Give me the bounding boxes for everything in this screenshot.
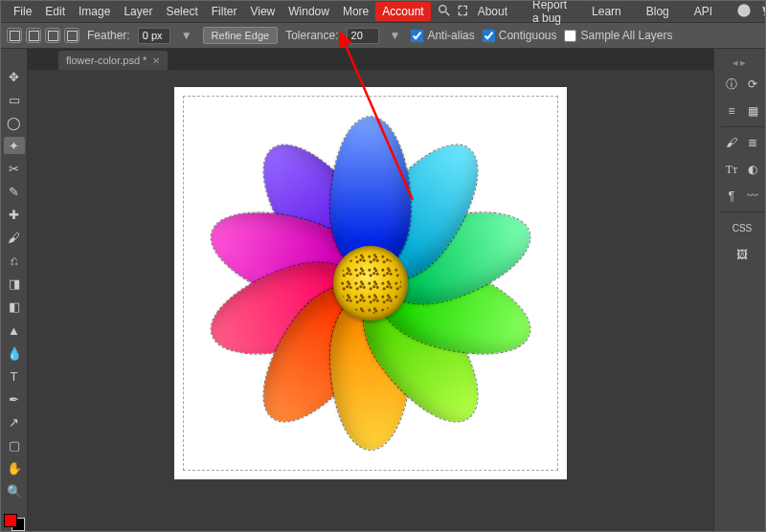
- clone-tool-icon[interactable]: ⎌: [4, 253, 25, 270]
- menu-window[interactable]: Window: [282, 2, 336, 21]
- path-tool-icon[interactable]: ↗: [4, 413, 25, 431]
- layers-panel-icon[interactable]: ≣: [743, 133, 762, 152]
- pen-tool-icon[interactable]: ✒: [4, 390, 25, 408]
- reddit-icon[interactable]: [736, 3, 752, 21]
- feather-label: Feather:: [87, 29, 130, 42]
- brush-tool-icon[interactable]: 🖌: [4, 230, 25, 247]
- selection-new-icon[interactable]: [7, 28, 22, 43]
- menu-view[interactable]: View: [243, 2, 282, 21]
- tolerance-label: Tolerance:: [285, 29, 338, 42]
- right-panel: ◂▸ ⓘ⟳ ≡▦ 🖌≣ Tт◐ ¶〰 CSS 🖼: [713, 49, 765, 531]
- menu-file[interactable]: File: [7, 2, 38, 21]
- close-tab-icon[interactable]: ✕: [152, 55, 160, 66]
- foreground-swatch[interactable]: [4, 514, 17, 527]
- image-panel-icon[interactable]: 🖼: [732, 245, 752, 264]
- left-toolbar: ✥ ▭ ◯ ✦ ✂ ✎ ✚ 🖌 ⎌ ◨ ◧ ▲ 💧 T ✒ ↗ ▢ ✋ 🔍: [1, 49, 28, 531]
- flower-center: [333, 246, 408, 321]
- contiguous-label: Contiguous: [499, 29, 557, 42]
- paragraph-panel-icon[interactable]: ¶: [722, 187, 741, 206]
- sample-all-label: Sample All Layers: [580, 29, 672, 42]
- healing-tool-icon[interactable]: ✚: [4, 207, 25, 224]
- css-panel-icon[interactable]: CSS: [732, 218, 752, 237]
- search-icon[interactable]: [437, 3, 452, 21]
- menu-more[interactable]: More: [336, 2, 375, 21]
- social-links: [736, 3, 766, 21]
- zoom-tool-icon[interactable]: 🔍: [4, 483, 25, 500]
- contiguous-checkbox[interactable]: Contiguous: [483, 29, 557, 42]
- eyedropper-tool-icon[interactable]: ✎: [4, 183, 25, 200]
- menu-layer[interactable]: Layer: [117, 2, 159, 21]
- menu-account[interactable]: Account: [375, 2, 430, 21]
- feather-input[interactable]: [138, 28, 170, 44]
- info-panel-icon[interactable]: ⓘ: [722, 75, 741, 94]
- antialias-label: Anti-alias: [427, 29, 474, 42]
- magic-wand-tool-icon[interactable]: ✦: [4, 137, 25, 154]
- tolerance-input[interactable]: [347, 28, 379, 44]
- marquee-tool-icon[interactable]: ▭: [4, 91, 25, 108]
- document-tab-title: flower-color.psd *: [66, 55, 146, 66]
- menu-right: About Report a bug Learn Blog API: [471, 0, 766, 28]
- crop-tool-icon[interactable]: ✂: [4, 160, 25, 177]
- refine-edge-button[interactable]: Refine Edge: [203, 27, 279, 44]
- canvas[interactable]: [174, 87, 567, 479]
- menu-api[interactable]: API: [687, 2, 719, 21]
- swatches-panel-icon[interactable]: ▦: [743, 101, 762, 121]
- color-swatches[interactable]: [4, 514, 25, 531]
- canvas-area: flower-color.psd * ✕: [28, 49, 713, 531]
- document-tab[interactable]: flower-color.psd * ✕: [58, 51, 168, 70]
- antialias-checkbox[interactable]: Anti-alias: [411, 29, 474, 42]
- blur-tool-icon[interactable]: 💧: [4, 344, 25, 362]
- svg-point-0: [737, 4, 750, 16]
- panel-collapse-icon[interactable]: ◂▸: [732, 55, 748, 71]
- adjust-panel-icon[interactable]: ≡: [722, 101, 741, 121]
- menu-bar: File Edit Image Layer Select Filter View…: [1, 1, 765, 22]
- selection-mode-icons: [7, 28, 79, 43]
- character-panel-icon[interactable]: Tт: [722, 160, 741, 179]
- gradient-tool-icon[interactable]: ◧: [4, 299, 25, 316]
- document-tabs: flower-color.psd * ✕: [28, 49, 713, 70]
- shape-tool-icon[interactable]: ▢: [4, 437, 25, 454]
- selection-subtract-icon[interactable]: [45, 28, 60, 43]
- feather-dropdown-icon[interactable]: ▼: [178, 29, 195, 42]
- move-tool-icon[interactable]: ✥: [4, 68, 25, 85]
- selection-intersect-icon[interactable]: [64, 28, 79, 43]
- menu-edit[interactable]: Edit: [38, 2, 72, 21]
- menu-select[interactable]: Select: [159, 2, 204, 21]
- flower-image: [189, 101, 552, 465]
- brush-panel-icon[interactable]: 🖌: [722, 133, 741, 152]
- fullscreen-icon[interactable]: [456, 3, 471, 21]
- workarea: ✥ ▭ ◯ ✦ ✂ ✎ ✚ 🖌 ⎌ ◨ ◧ ▲ 💧 T ✒ ↗ ▢ ✋ 🔍 fl…: [1, 49, 765, 531]
- hand-tool-icon[interactable]: ✋: [4, 460, 25, 477]
- sample-all-checkbox[interactable]: Sample All Layers: [564, 29, 672, 42]
- paths-panel-icon[interactable]: 〰: [743, 187, 762, 206]
- menu-bug[interactable]: Report a bug: [526, 0, 574, 28]
- text-tool-icon[interactable]: T: [4, 367, 25, 385]
- menu-about[interactable]: About: [471, 2, 514, 21]
- menu-blog[interactable]: Blog: [640, 2, 676, 21]
- lasso-tool-icon[interactable]: ◯: [4, 114, 25, 131]
- channels-panel-icon[interactable]: ◐: [743, 160, 762, 179]
- selection-add-icon[interactable]: [26, 28, 41, 43]
- tolerance-dropdown-icon[interactable]: ▼: [387, 29, 404, 42]
- menu-left: File Edit Image Layer Select Filter View…: [7, 2, 471, 21]
- menu-filter[interactable]: Filter: [205, 2, 244, 21]
- twitter-icon[interactable]: [761, 3, 766, 21]
- menu-image[interactable]: Image: [72, 2, 117, 21]
- menu-learn[interactable]: Learn: [585, 2, 628, 21]
- bucket-tool-icon[interactable]: ▲: [4, 321, 25, 339]
- eraser-tool-icon[interactable]: ◨: [4, 276, 25, 293]
- history-panel-icon[interactable]: ⟳: [743, 75, 762, 94]
